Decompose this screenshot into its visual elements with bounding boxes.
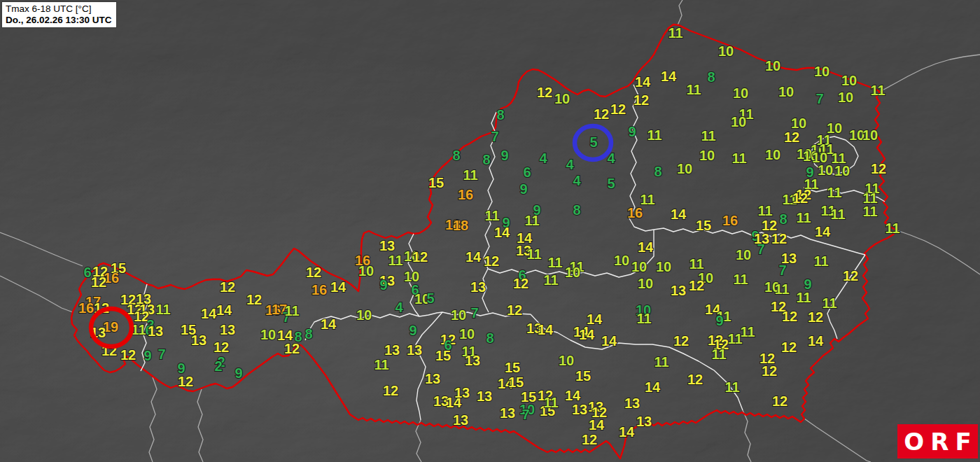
temperature-value: 13: [572, 402, 587, 417]
temperature-value: 8: [304, 326, 312, 342]
temperature-value: 10: [718, 43, 734, 59]
temperature-value: 12: [178, 374, 193, 389]
temperature-value: 11: [796, 290, 811, 305]
orf-logo: ORF: [897, 424, 978, 458]
temperature-value: 14: [330, 279, 346, 295]
temperature-value: 13: [636, 414, 652, 429]
temperature-value: 7: [778, 262, 786, 278]
temperature-value: 16: [627, 205, 643, 220]
temperature-value: 11: [757, 203, 772, 218]
temperature-value: 10: [631, 259, 647, 274]
temperature-value: 10: [614, 253, 629, 268]
temperature-value: 12: [214, 340, 229, 355]
temperature-value: 12: [306, 265, 321, 280]
temperature-value: 8: [496, 107, 504, 122]
temperature-value: 10: [736, 247, 751, 262]
temperature-value: 11: [689, 256, 704, 272]
map-title-parameter: Tmax 6-18 UTC [°C]: [6, 4, 112, 15]
temperature-value: 12: [383, 383, 398, 398]
temperature-value: 13: [191, 332, 206, 348]
temperature-value: 11: [827, 185, 841, 200]
temperature-value: 9: [715, 313, 723, 328]
temperature-value: 11: [524, 213, 539, 228]
temperature-value: 10: [765, 58, 780, 74]
temperature-value: 15: [696, 218, 711, 233]
temperature-value: 11: [711, 346, 726, 362]
temperature-value: 10: [638, 276, 653, 291]
temperature-value: 11: [526, 246, 541, 262]
temperature-value: 11: [701, 128, 715, 144]
temperature-value: 11: [636, 311, 651, 326]
temperature-value: 12: [513, 276, 528, 291]
temperature-value: 14: [661, 69, 677, 84]
temperature-value: 14: [587, 312, 603, 327]
temperature-value: 11: [724, 379, 739, 395]
temperature-value: 11: [543, 272, 558, 288]
temperature-value: 10: [699, 148, 715, 163]
temperature-value: 9: [379, 277, 387, 293]
temperature-value: 11: [862, 204, 877, 219]
temperature-value: 10: [834, 163, 850, 178]
temperature-value: 14: [808, 333, 824, 349]
temperature-value: 7: [158, 346, 165, 362]
temperature-value: 12: [784, 130, 799, 145]
temperature-value: 13: [425, 371, 440, 386]
temperature-value: 7: [470, 305, 478, 321]
temperature-value: 14: [321, 316, 337, 332]
temperature-value: 13: [671, 283, 686, 298]
temperature-value: 11: [774, 281, 789, 297]
temperature-value: 12: [120, 347, 136, 363]
temperature-value: 10: [451, 307, 466, 323]
temperature-value: 14: [645, 379, 661, 395]
temperature-value: 10: [818, 162, 833, 178]
temperature-value: 10: [356, 307, 372, 323]
temperature-value: 7: [757, 241, 764, 257]
temperature-value: 13: [453, 412, 468, 428]
temperature-value: 12: [771, 231, 787, 246]
temperature-value: 12: [689, 278, 704, 293]
temperature-value: 13: [384, 342, 400, 358]
temperature-value: 13: [379, 238, 395, 253]
temperature-value: 13: [477, 388, 492, 404]
temperature-value: 14: [601, 333, 617, 349]
temperature-value: 12: [634, 92, 649, 108]
temperature-value: 8: [779, 211, 787, 227]
temperature-value: 11: [885, 220, 899, 236]
temperature-value: 13: [220, 322, 235, 337]
temperature-value: 14: [494, 225, 510, 240]
temperature-value: 12: [781, 340, 797, 355]
temperature-value: 14: [465, 249, 482, 265]
temperature-value: 11: [284, 303, 299, 318]
temperature-value: 11: [733, 272, 748, 287]
temperature-value: 14: [619, 424, 635, 440]
austria-temperature-map: 1210121212141411101010811101011101091111…: [0, 0, 980, 462]
temperature-value: 5: [607, 176, 615, 191]
temperature-value: 10: [733, 85, 748, 101]
temperature-value: 14: [201, 306, 217, 321]
temperature-value: 10: [841, 73, 857, 88]
temperature-value: 10: [838, 90, 853, 105]
temperature-value: 10: [765, 147, 780, 162]
temperature-value: 14: [638, 239, 654, 255]
temperature-value: 12: [507, 302, 522, 318]
temperature-value: 11: [830, 206, 845, 222]
temperature-value: 12: [246, 292, 262, 307]
temperature-value: 13: [500, 405, 515, 421]
temperature-value: 10: [731, 114, 746, 130]
temperature-value: 10: [677, 161, 692, 176]
temperature-value: 10: [554, 91, 570, 106]
temperature-value: 15: [508, 374, 524, 390]
temperature-value: 14: [635, 74, 651, 90]
temperature-value: 11: [654, 354, 668, 370]
temperature-value: 13: [465, 353, 480, 368]
temperature-value: 12: [808, 309, 823, 325]
weather-map-screen: 1210121212141411101010811101011101091111…: [0, 0, 980, 462]
temperature-value: 13: [148, 323, 163, 339]
temperature-value: 10: [656, 259, 671, 274]
temperature-value: 16: [312, 282, 327, 298]
temperature-value: 11: [374, 357, 388, 372]
map-title-timestamp: Do., 26.02.26 13:30 UTC: [6, 15, 112, 26]
temperature-value: 4: [539, 150, 547, 166]
temperature-value: 11: [740, 324, 755, 340]
temperature-value: 7: [522, 407, 529, 422]
